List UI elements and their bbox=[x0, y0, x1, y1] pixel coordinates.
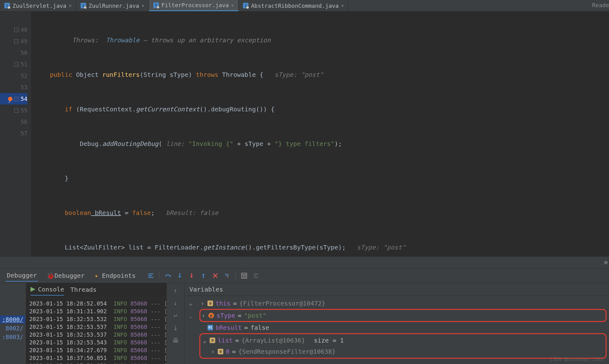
code-line: public Object runFilters(String sType) t… bbox=[35, 69, 605, 81]
log-line: 2023-01-15 18:28:52.054 INFO 85068 --- [… bbox=[29, 300, 164, 307]
threads-tab[interactable]: Threads bbox=[70, 286, 96, 295]
line-number: 55 bbox=[21, 105, 27, 116]
play-icon bbox=[30, 287, 35, 292]
log-line: 2023-01-15 18:31:31.902 INFO 85068 --- [… bbox=[29, 307, 164, 315]
scroll-end-icon[interactable]: ⤓ bbox=[173, 324, 178, 332]
var-bresult[interactable]: 01 bResult = false bbox=[199, 322, 607, 333]
fold-icon[interactable]: − bbox=[14, 97, 19, 101]
editor-tabs: C ZuulServlet.java × C ZuulRunner.java ×… bbox=[0, 0, 609, 12]
close-icon[interactable]: × bbox=[231, 3, 234, 8]
variables-tree[interactable]: ›≡ this = {FilterProcessor@10472} ›p sTy… bbox=[197, 296, 609, 364]
svg-rect-0 bbox=[242, 273, 247, 278]
endpoints-tab[interactable]: ✦ Endpoints bbox=[93, 270, 137, 281]
tab-zuulrunner[interactable]: C ZuulRunner.java × bbox=[76, 0, 149, 11]
code-line: Debug.addRoutingDebug( line: "Invoking {… bbox=[35, 138, 605, 150]
tab-abstractribboncommand[interactable]: C AbstractRibbonCommand.java × bbox=[239, 0, 348, 11]
fold-icon[interactable]: − bbox=[14, 28, 19, 32]
var-stype[interactable]: ›p sType = "post" bbox=[199, 309, 607, 322]
down-icon[interactable]: ↓ bbox=[174, 299, 177, 307]
line-number: 56 bbox=[21, 116, 27, 128]
line-number: 54 bbox=[21, 93, 27, 105]
run-to-cursor-icon[interactable] bbox=[224, 272, 230, 279]
frame-link[interactable]: :8003/ bbox=[0, 333, 25, 341]
variables-pane: Variables ＋ － ›≡ this = {FilterProcessor… bbox=[184, 283, 609, 364]
code-area[interactable]: Throws: Throwable – throws up an arbitra… bbox=[31, 12, 609, 256]
console-output[interactable]: 2023-01-15 18:28:52.054 INFO 85068 --- [… bbox=[26, 298, 167, 364]
print-icon[interactable]: 🖶 bbox=[172, 337, 179, 344]
fold-icon[interactable]: − bbox=[14, 108, 19, 113]
debugger-panel: ⊕ Debugger 🐞Debugger ✦ Endpoints bbox=[0, 256, 609, 364]
tab-zuulservlet[interactable]: C ZuulServlet.java × bbox=[0, 0, 76, 11]
java-file-icon: C bbox=[4, 3, 10, 8]
fold-icon[interactable]: − bbox=[14, 39, 19, 44]
wrap-icon[interactable]: ↩ bbox=[174, 312, 177, 319]
java-file-icon: C bbox=[81, 3, 86, 8]
frame-link[interactable]: 8002/ bbox=[4, 324, 25, 332]
editor: −48 −49 50 −51 52 53 −54 −55 56 57 Throw… bbox=[0, 12, 609, 256]
tab-label: FilterProcessor.java bbox=[161, 2, 229, 8]
step-out-icon[interactable] bbox=[200, 272, 207, 279]
up-icon[interactable]: ↑ bbox=[174, 287, 177, 294]
tab-label: ZuulServlet.java bbox=[12, 2, 66, 9]
log-line: 2023-01-15 18:32:53.537 INFO 85068 --- [… bbox=[29, 323, 164, 331]
line-number: 57 bbox=[21, 128, 27, 139]
breakpoint-icon[interactable] bbox=[8, 97, 12, 101]
var-list-0[interactable]: ›≡ 0 = {SendResponseFilter@10638} bbox=[202, 346, 604, 357]
drop-frame-icon[interactable] bbox=[212, 272, 219, 279]
trace-icon[interactable] bbox=[253, 272, 259, 279]
log-line: 2023-01-15 18:32:53.543 INFO 85068 --- [… bbox=[29, 338, 164, 346]
line-number: 52 bbox=[21, 70, 27, 82]
show-execution-icon[interactable] bbox=[147, 272, 154, 279]
add-watch-icon[interactable]: ＋ bbox=[188, 300, 194, 309]
frame-link[interactable]: :8000/ bbox=[0, 315, 25, 324]
step-into-icon[interactable] bbox=[176, 272, 183, 279]
line-number: 48 bbox=[21, 24, 27, 35]
var-nav-rail: ↑ ↓ ↩ ⤓ 🖶 bbox=[167, 283, 184, 364]
code-line: if (RequestContext.getCurrentContext().d… bbox=[35, 104, 605, 115]
var-list[interactable]: ⌄≡ list = {ArrayList@10636} size = 1 bbox=[202, 335, 604, 346]
step-over-icon[interactable] bbox=[165, 272, 171, 279]
tab-label: ZuulRunner.java bbox=[89, 2, 139, 9]
debugger-tab-bug[interactable]: 🐞Debugger bbox=[45, 270, 86, 281]
console-tab[interactable]: Console bbox=[30, 286, 64, 296]
variables-label: Variables bbox=[184, 283, 609, 296]
line-number: 53 bbox=[21, 82, 27, 93]
log-line: 2023-01-15 18:32:53.537 INFO 85068 --- [… bbox=[29, 331, 164, 338]
java-file-icon: C bbox=[153, 2, 159, 8]
tab-filterprocessor[interactable]: C FilterProcessor.java × bbox=[149, 0, 239, 11]
var-this[interactable]: ›≡ this = {FilterProcessor@10472} bbox=[199, 298, 607, 309]
close-icon[interactable]: × bbox=[142, 3, 144, 8]
log-line: 2023-01-15 18:32:53.532 INFO 85068 --- [… bbox=[29, 315, 164, 323]
gutter: −48 −49 50 −51 52 53 −54 −55 56 57 bbox=[0, 12, 31, 256]
close-icon[interactable]: × bbox=[341, 3, 344, 8]
force-step-into-icon[interactable] bbox=[188, 272, 195, 279]
line-number: 49 bbox=[21, 35, 27, 47]
console-pane: Console Threads 2023-01-15 18:28:52.054 … bbox=[26, 283, 167, 364]
layout-icon[interactable]: ⊕ bbox=[604, 259, 608, 266]
frame-rail: :8000/ 8002/ :8003/ bbox=[0, 283, 26, 364]
code-line: boolean bResult = false; bResult: false bbox=[35, 207, 605, 219]
log-line: 2023-01-15 18:34:27.679 INFO 85068 --- [… bbox=[29, 346, 164, 354]
log-line: 2023-01-15 18:37:50.851 INFO 85068 --- [… bbox=[29, 354, 164, 362]
code-line: } bbox=[35, 173, 605, 184]
debugger-tab[interactable]: Debugger bbox=[6, 270, 38, 282]
remove-watch-icon[interactable]: － bbox=[188, 313, 194, 321]
javadoc-line: Throws: Throwable – throws up an arbitra… bbox=[35, 35, 605, 46]
tab-label: AbstractRibbonCommand.java bbox=[251, 2, 339, 9]
close-icon[interactable]: × bbox=[69, 3, 71, 8]
debugger-tabs: Debugger 🐞Debugger ✦ Endpoints bbox=[0, 268, 609, 283]
java-file-icon: C bbox=[243, 3, 249, 8]
line-number: 51 bbox=[21, 58, 27, 70]
log-line: 2023-01-15 18:37:50.852 INFO 85068 --- [… bbox=[29, 362, 164, 364]
evaluate-icon[interactable] bbox=[241, 272, 248, 279]
watermark: CSDN @bazhuayu_1203 bbox=[550, 357, 603, 362]
code-line: List<ZuulFilter> list = FilterLoader.get… bbox=[35, 242, 605, 253]
line-number: 50 bbox=[21, 47, 27, 58]
fold-icon[interactable]: − bbox=[14, 62, 19, 67]
reader-mode-hint[interactable]: Reade bbox=[592, 0, 609, 11]
